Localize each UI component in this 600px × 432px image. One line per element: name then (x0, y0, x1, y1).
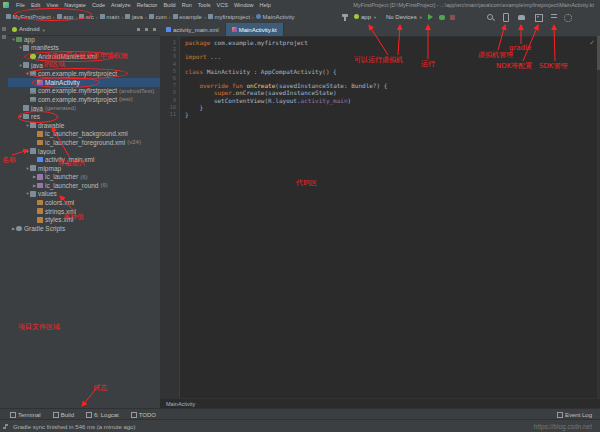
menu-vcs[interactable]: VCS (217, 2, 228, 8)
menu-refactor[interactable]: Refactor (137, 2, 158, 8)
breadcrumb-item-app[interactable]: app (57, 14, 74, 20)
avd-manager-icon[interactable] (503, 13, 509, 22)
editor-breadcrumb[interactable]: MainActivity (160, 398, 600, 408)
breadcrumb-item-mainactivity[interactable]: MainActivity (256, 14, 295, 20)
breadcrumb-separator: › (75, 14, 77, 20)
package-icon (30, 71, 36, 77)
device-selector-label: No Devices (386, 14, 417, 20)
toolwindow-build[interactable]: Build (53, 412, 74, 418)
build-hammer-icon[interactable] (342, 14, 348, 17)
breadcrumb-separator: › (252, 14, 254, 20)
breadcrumb-item-main[interactable]: main (100, 14, 120, 20)
stop-button[interactable] (450, 15, 455, 20)
line-number: 5 (160, 68, 179, 75)
tree-item-com-example-myfirstproject[interactable]: com.example.myfirstproject(androidTest) (8, 87, 160, 96)
toolwindow-terminal[interactable]: Terminal (10, 412, 41, 418)
toolwindow-grid-icon[interactable] (3, 424, 8, 429)
chevron-down-icon[interactable]: ▼ (42, 27, 46, 32)
code-area[interactable]: package com.example.myfirstprojectimport… (181, 36, 596, 399)
package-icon (30, 88, 36, 94)
tree-item-label: ic_launcher_round (45, 182, 98, 189)
toolwindow-logcat[interactable]: 6: Logcat (86, 412, 119, 418)
tree-item-drawable[interactable]: ▼drawable (8, 121, 160, 130)
menu-edit[interactable]: Edit (31, 2, 40, 8)
tree-item-label: java (31, 105, 43, 112)
folder-icon (30, 165, 36, 171)
tree-item-styles-xml[interactable]: styles.xml (8, 215, 160, 224)
line-number: 2 (160, 46, 179, 53)
tree-item-java[interactable]: java(generated) (8, 104, 160, 113)
editor-breadcrumb-item[interactable]: MainActivity (166, 401, 195, 407)
tree-item-ic-launcher[interactable]: ▶ic_launcher(6) (8, 173, 160, 182)
menu-help[interactable]: Help (259, 2, 270, 8)
menu-run[interactable]: Run (182, 2, 192, 8)
folder-icon (100, 14, 105, 19)
gradle-icon (16, 226, 22, 232)
breadcrumb-item-example[interactable]: example (173, 14, 202, 20)
kotlin-icon (37, 80, 43, 86)
tree-item-com-example-myfirstproject[interactable]: com.example.myfirstproject(test) (8, 95, 160, 104)
folder-icon (125, 14, 130, 19)
inspections-status-icon: ✓ (589, 39, 595, 47)
tree-item-ic-launcher-foreground-xml[interactable]: ic_launcher_foreground.xml(v24) (8, 138, 160, 147)
resource-manager-icon[interactable] (2, 35, 6, 39)
module-icon (16, 37, 22, 43)
collapse-all-icon[interactable] (145, 28, 148, 31)
tree-item-res[interactable]: ▼res (8, 112, 160, 121)
tree-item-label: drawable (38, 122, 64, 129)
tree-item-suffix: (v24) (127, 139, 141, 145)
project-panel: Android ▼ ▼app▼manifestsAndroidManifest.… (8, 23, 161, 408)
menu-code[interactable]: Code (92, 2, 105, 8)
folder-icon (30, 191, 36, 197)
android-icon (30, 54, 36, 60)
menu-view[interactable]: View (46, 2, 58, 8)
editor-gutter[interactable]: 1234567891011 (160, 36, 180, 399)
tree-item-ic-launcher-round[interactable]: ▶ic_launcher_round(6) (8, 181, 160, 190)
menu-tools[interactable]: Tools (198, 2, 211, 8)
tree-item-activity-main-xml[interactable]: activity_main.xml (8, 155, 160, 164)
tree-item-layout[interactable]: ▼layout (8, 147, 160, 156)
gradle-sync-icon[interactable] (518, 15, 525, 20)
breadcrumb-item-com[interactable]: com (149, 14, 167, 20)
tree-item-manifests[interactable]: ▼manifests (8, 44, 160, 53)
breadcrumb-item-myfirstproject[interactable]: MyFirstProject (6, 14, 51, 20)
tree-item-mainactivity[interactable]: MainActivity (8, 78, 160, 87)
debug-button[interactable] (439, 15, 445, 20)
run-config-selector[interactable]: app ▼ (354, 12, 377, 21)
menu-navigate[interactable]: Navigate (64, 2, 86, 8)
tree-item-androidmanifest-xml[interactable]: AndroidManifest.xml (8, 52, 160, 61)
project-view-selector[interactable]: Android (19, 26, 40, 32)
run-button[interactable] (428, 14, 433, 20)
toolwindow-todo[interactable]: TODO (131, 412, 156, 418)
menu-analyze[interactable]: Analyze (111, 2, 131, 8)
tree-item-values[interactable]: ▼values (8, 190, 160, 199)
locate-file-icon[interactable] (137, 28, 140, 31)
tree-item-ic-launcher-background-xml[interactable]: ic_launcher_background.xml (8, 130, 160, 139)
menu-window[interactable]: Window (234, 2, 254, 8)
search-icon[interactable] (487, 14, 493, 20)
panel-settings-icon[interactable] (153, 28, 156, 31)
device-selector[interactable]: No Devices ▼ (386, 12, 423, 21)
tree-item-app[interactable]: ▼app (8, 35, 160, 44)
tab-activity_main.xml[interactable]: activity_main.xml (160, 23, 226, 36)
tree-item-label: colors.xml (45, 199, 74, 206)
tree-item-java[interactable]: ▼java (8, 61, 160, 70)
folder-icon (208, 14, 213, 19)
breadcrumb-item-myfirstproject[interactable]: myfirstproject (208, 14, 250, 20)
menu-build[interactable]: Build (163, 2, 175, 8)
tab-mainactivity.kt[interactable]: MainActivity.kt (226, 23, 284, 36)
tree-item-colors-xml[interactable]: colors.xml (8, 198, 160, 207)
project-toolwindow-icon[interactable] (2, 27, 6, 31)
breadcrumb-item-java[interactable]: java (125, 14, 143, 20)
tree-item-gradle-scripts[interactable]: ▶Gradle Scripts (8, 224, 160, 233)
sdk-manager-icon[interactable] (535, 14, 543, 22)
tree-item-mipmap[interactable]: ▼mipmap (8, 164, 160, 173)
breadcrumb-separator: › (145, 14, 147, 20)
settings-sliders-icon[interactable] (551, 14, 557, 20)
breadcrumb-item-src[interactable]: src (79, 14, 94, 20)
menu-file[interactable]: File (16, 2, 25, 8)
tree-item-strings-xml[interactable]: strings.xml (8, 207, 160, 216)
tree-item-com-example-myfirstproject[interactable]: ▼com.example.myfirstproject (8, 69, 160, 78)
gear-icon[interactable] (564, 14, 572, 22)
class-icon (256, 14, 261, 19)
